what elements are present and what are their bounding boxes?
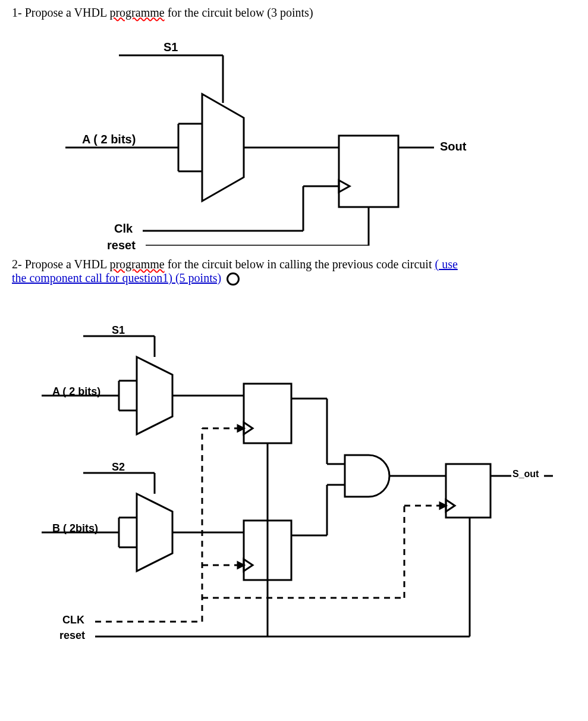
label2-reset: reset (59, 629, 85, 642)
q2-mid: for the circuit below in calling the pre… (165, 258, 435, 271)
q1-word: programme (109, 6, 164, 19)
q2-prefix: 2- Propose a VHDL (12, 258, 109, 271)
label2-sout: S_out (512, 469, 539, 479)
label2-a: A ( 2 bits) (52, 385, 100, 398)
circuit-2-svg (12, 291, 588, 660)
svg-rect-23 (244, 384, 291, 443)
svg-rect-39 (446, 464, 490, 518)
q2-line2: the component call for question1) (5 poi… (12, 271, 221, 284)
label-s1: S1 (163, 40, 178, 54)
circuit-2-diagram: S1 A ( 2 bits) S2 B ( 2bits) CLK reset S… (12, 291, 576, 660)
label-reset: reset (107, 239, 136, 252)
svg-rect-9 (339, 136, 398, 207)
label2-s1: S1 (112, 324, 125, 337)
label-sout: Sout (440, 140, 466, 153)
question-2-text: 2- Propose a VHDL programme for the circ… (12, 258, 576, 286)
q2-word: programme (109, 258, 164, 271)
q2-link: ( use (435, 258, 457, 271)
q1-prefix: 1- Propose a VHDL (12, 6, 109, 19)
cursor-icon (227, 272, 240, 286)
label-clk: Clk (114, 222, 133, 236)
label2-s2: S2 (112, 461, 125, 474)
label2-clk: CLK (62, 614, 84, 626)
label-a: A ( 2 bits) (82, 133, 136, 146)
circuit-1-diagram: S1 A ( 2 bits) Clk reset Sout (12, 26, 576, 246)
question-1-text: 1- Propose a VHDL programme for the circ… (12, 6, 576, 20)
label2-b: B ( 2bits) (52, 522, 98, 535)
q1-suffix: for the circuit below (3 points) (165, 6, 313, 19)
